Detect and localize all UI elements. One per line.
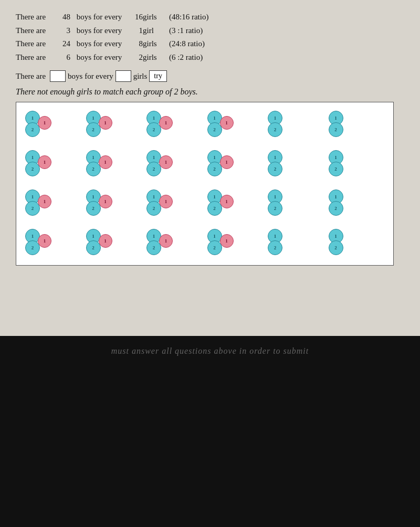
grid-cell: 12 [328, 226, 386, 260]
boy-circle-bottom: 2 [329, 240, 343, 255]
girls-count-2: 1 [128, 24, 143, 38]
there-are-2: There are [16, 24, 54, 38]
grid-cell: 121 [24, 226, 82, 260]
ratio-text-4: (6 :2 ratio) [169, 51, 203, 65]
there-are-3: There are [16, 37, 54, 51]
girls-count-1: 16 [128, 10, 143, 24]
grid-cell: 12 [328, 108, 386, 142]
main-content: There are 48 boys for every 16 girls (48… [0, 0, 420, 336]
girl-circle: 1 [159, 234, 173, 248]
bottom-text: must answer all questions above in order… [111, 346, 309, 356]
girl-circle: 1 [99, 116, 112, 130]
girl-circle: 1 [220, 234, 234, 248]
grid-cell: 121 [145, 186, 204, 220]
grid-cell: 121 [206, 147, 265, 181]
grid-cell: 12 [267, 147, 325, 181]
grid-cell: 121 [145, 147, 204, 181]
boys-count-2: 3 [54, 24, 70, 38]
girls-word-4: girls [143, 51, 169, 65]
girls-word-3: girls [143, 37, 169, 51]
girls-count-3: 8 [128, 37, 143, 51]
boy-circle-bottom: 2 [268, 162, 282, 176]
girl-circle: 1 [159, 116, 173, 130]
ratio-row-1: There are 48 boys for every 16 girls (48… [16, 10, 404, 24]
ratio-text-3: (24:8 ratio) [169, 37, 205, 51]
ratio-table: There are 48 boys for every 16 girls (48… [16, 10, 404, 64]
there-are-1: There are [16, 10, 54, 24]
boys-for-every-4: boys for every [70, 51, 128, 65]
girl-circle: 1 [38, 155, 51, 169]
girl-circle: 1 [38, 234, 51, 248]
grid-cell: 12 [267, 108, 325, 142]
grid-cell: 12 [328, 147, 386, 181]
boy-circle-bottom: 2 [329, 201, 343, 216]
boys-for-every-3: boys for every [70, 37, 128, 51]
boys-for-every-2: boys for every [70, 24, 128, 38]
boys-count-3: 24 [54, 37, 70, 51]
grid-cell: 121 [145, 108, 204, 142]
try-button[interactable]: try [149, 70, 167, 82]
girl-circle: 1 [38, 116, 51, 130]
grid-cell: 121 [206, 226, 265, 260]
girls-count-4: 2 [128, 51, 143, 65]
girl-circle: 1 [159, 155, 173, 169]
girls-word-2: girl [143, 24, 169, 38]
girl-circle: 1 [220, 116, 234, 130]
bottom-bar: must answer all questions above in order… [0, 336, 420, 527]
boys-for-every-1: boys for every [70, 10, 128, 24]
boy-circle-bottom: 2 [268, 240, 282, 255]
boys-input[interactable] [50, 70, 66, 82]
girl-circle: 1 [99, 195, 112, 208]
grid-cell: 121 [206, 108, 265, 142]
ratio-row-3: There are 24 boys for every 8 girls (24:… [16, 37, 404, 51]
boy-circle-bottom: 2 [268, 122, 282, 137]
ratio-row-4: There are 6 boys for every 2 girls (6 :2… [16, 51, 404, 65]
grid-cell: 121 [85, 108, 143, 142]
there-are-input-label: There are [16, 72, 46, 81]
grid-cell: 121 [145, 226, 204, 260]
grid-cell: 12 [267, 226, 325, 260]
girls-input[interactable] [116, 70, 131, 82]
message-text: There not enough girls to match each gro… [16, 87, 404, 97]
grid-cell: 121 [24, 186, 82, 220]
grid-cell: 12 [328, 186, 386, 220]
girls-word-1: girls [143, 10, 169, 24]
boy-circle-bottom: 2 [329, 122, 343, 137]
boy-circle-bottom: 2 [329, 162, 343, 176]
grid-cell: 121 [206, 186, 265, 220]
girl-circle: 1 [220, 195, 234, 208]
girl-circle: 1 [38, 195, 51, 208]
grid-cell: 121 [24, 147, 82, 181]
girl-circle: 1 [220, 155, 234, 169]
girl-circle: 1 [159, 195, 173, 208]
circle-grid: 1211211211211212121121121121121212112112… [16, 102, 394, 266]
grid-cell: 121 [85, 147, 143, 181]
grid-cell: 12 [267, 186, 325, 220]
grid-cell: 121 [85, 226, 143, 260]
there-are-4: There are [16, 51, 54, 65]
ratio-text-2: (3 :1 ratio) [169, 24, 203, 38]
girl-circle: 1 [99, 155, 112, 169]
girls-input-label: girls [133, 72, 148, 81]
grid-cell: 121 [85, 186, 143, 220]
boys-for-every-input-label: boys for every [68, 72, 113, 81]
input-row: There are boys for every girls try [16, 70, 404, 82]
boys-count-4: 6 [54, 51, 70, 65]
boys-count-1: 48 [54, 10, 70, 24]
grid-cell: 121 [24, 108, 82, 142]
boy-circle-bottom: 2 [268, 201, 282, 216]
girl-circle: 1 [99, 234, 112, 248]
ratio-text-1: (48:16 ratio) [169, 10, 208, 24]
ratio-row-2: There are 3 boys for every 1 girl (3 :1 … [16, 24, 404, 38]
